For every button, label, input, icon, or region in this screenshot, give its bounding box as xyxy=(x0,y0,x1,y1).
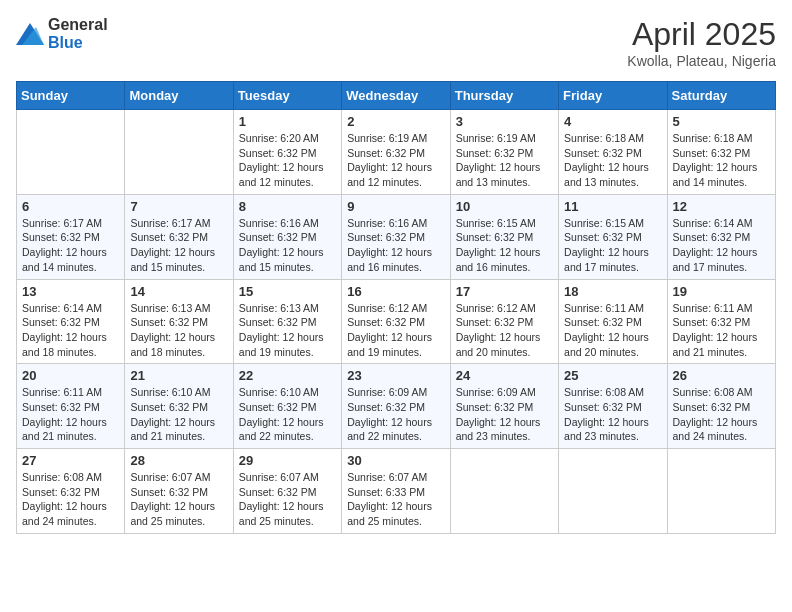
weekday-header-thursday: Thursday xyxy=(450,82,558,110)
day-number: 17 xyxy=(456,284,553,299)
calendar-cell: 12Sunrise: 6:14 AM Sunset: 6:32 PM Dayli… xyxy=(667,194,775,279)
day-number: 23 xyxy=(347,368,444,383)
day-number: 26 xyxy=(673,368,770,383)
day-info: Sunrise: 6:16 AM Sunset: 6:32 PM Dayligh… xyxy=(347,216,444,275)
day-info: Sunrise: 6:11 AM Sunset: 6:32 PM Dayligh… xyxy=(673,301,770,360)
calendar-cell: 19Sunrise: 6:11 AM Sunset: 6:32 PM Dayli… xyxy=(667,279,775,364)
day-number: 13 xyxy=(22,284,119,299)
logo-blue: Blue xyxy=(48,34,83,51)
calendar-cell: 6Sunrise: 6:17 AM Sunset: 6:32 PM Daylig… xyxy=(17,194,125,279)
day-info: Sunrise: 6:09 AM Sunset: 6:32 PM Dayligh… xyxy=(347,385,444,444)
day-number: 30 xyxy=(347,453,444,468)
weekday-header-tuesday: Tuesday xyxy=(233,82,341,110)
day-info: Sunrise: 6:14 AM Sunset: 6:32 PM Dayligh… xyxy=(22,301,119,360)
page-header: General Blue April 2025 Kwolla, Plateau,… xyxy=(16,16,776,69)
week-row-3: 13Sunrise: 6:14 AM Sunset: 6:32 PM Dayli… xyxy=(17,279,776,364)
day-number: 6 xyxy=(22,199,119,214)
day-number: 11 xyxy=(564,199,661,214)
day-info: Sunrise: 6:08 AM Sunset: 6:32 PM Dayligh… xyxy=(22,470,119,529)
calendar-cell xyxy=(450,449,558,534)
day-number: 29 xyxy=(239,453,336,468)
day-info: Sunrise: 6:10 AM Sunset: 6:32 PM Dayligh… xyxy=(130,385,227,444)
calendar-cell: 17Sunrise: 6:12 AM Sunset: 6:32 PM Dayli… xyxy=(450,279,558,364)
calendar-cell: 8Sunrise: 6:16 AM Sunset: 6:32 PM Daylig… xyxy=(233,194,341,279)
calendar-cell: 25Sunrise: 6:08 AM Sunset: 6:32 PM Dayli… xyxy=(559,364,667,449)
weekday-header-wednesday: Wednesday xyxy=(342,82,450,110)
day-number: 22 xyxy=(239,368,336,383)
calendar-cell: 2Sunrise: 6:19 AM Sunset: 6:32 PM Daylig… xyxy=(342,110,450,195)
calendar-cell xyxy=(17,110,125,195)
day-number: 7 xyxy=(130,199,227,214)
day-info: Sunrise: 6:18 AM Sunset: 6:32 PM Dayligh… xyxy=(564,131,661,190)
calendar-cell: 23Sunrise: 6:09 AM Sunset: 6:32 PM Dayli… xyxy=(342,364,450,449)
day-info: Sunrise: 6:11 AM Sunset: 6:32 PM Dayligh… xyxy=(22,385,119,444)
calendar-subtitle: Kwolla, Plateau, Nigeria xyxy=(627,53,776,69)
day-info: Sunrise: 6:18 AM Sunset: 6:32 PM Dayligh… xyxy=(673,131,770,190)
calendar-cell: 24Sunrise: 6:09 AM Sunset: 6:32 PM Dayli… xyxy=(450,364,558,449)
day-info: Sunrise: 6:13 AM Sunset: 6:32 PM Dayligh… xyxy=(239,301,336,360)
weekday-header-sunday: Sunday xyxy=(17,82,125,110)
day-number: 10 xyxy=(456,199,553,214)
calendar-cell: 11Sunrise: 6:15 AM Sunset: 6:32 PM Dayli… xyxy=(559,194,667,279)
day-info: Sunrise: 6:10 AM Sunset: 6:32 PM Dayligh… xyxy=(239,385,336,444)
calendar-cell: 22Sunrise: 6:10 AM Sunset: 6:32 PM Dayli… xyxy=(233,364,341,449)
week-row-4: 20Sunrise: 6:11 AM Sunset: 6:32 PM Dayli… xyxy=(17,364,776,449)
day-info: Sunrise: 6:07 AM Sunset: 6:32 PM Dayligh… xyxy=(130,470,227,529)
day-number: 3 xyxy=(456,114,553,129)
calendar-cell: 21Sunrise: 6:10 AM Sunset: 6:32 PM Dayli… xyxy=(125,364,233,449)
calendar-cell: 5Sunrise: 6:18 AM Sunset: 6:32 PM Daylig… xyxy=(667,110,775,195)
calendar-cell: 4Sunrise: 6:18 AM Sunset: 6:32 PM Daylig… xyxy=(559,110,667,195)
day-number: 24 xyxy=(456,368,553,383)
calendar-table: SundayMondayTuesdayWednesdayThursdayFrid… xyxy=(16,81,776,534)
week-row-5: 27Sunrise: 6:08 AM Sunset: 6:32 PM Dayli… xyxy=(17,449,776,534)
day-info: Sunrise: 6:19 AM Sunset: 6:32 PM Dayligh… xyxy=(347,131,444,190)
day-info: Sunrise: 6:07 AM Sunset: 6:33 PM Dayligh… xyxy=(347,470,444,529)
calendar-title: April 2025 xyxy=(627,16,776,53)
day-number: 4 xyxy=(564,114,661,129)
day-info: Sunrise: 6:09 AM Sunset: 6:32 PM Dayligh… xyxy=(456,385,553,444)
day-number: 15 xyxy=(239,284,336,299)
day-info: Sunrise: 6:11 AM Sunset: 6:32 PM Dayligh… xyxy=(564,301,661,360)
day-info: Sunrise: 6:20 AM Sunset: 6:32 PM Dayligh… xyxy=(239,131,336,190)
calendar-cell: 13Sunrise: 6:14 AM Sunset: 6:32 PM Dayli… xyxy=(17,279,125,364)
calendar-cell: 14Sunrise: 6:13 AM Sunset: 6:32 PM Dayli… xyxy=(125,279,233,364)
day-number: 27 xyxy=(22,453,119,468)
calendar-cell: 28Sunrise: 6:07 AM Sunset: 6:32 PM Dayli… xyxy=(125,449,233,534)
day-number: 14 xyxy=(130,284,227,299)
day-number: 2 xyxy=(347,114,444,129)
weekday-header-row: SundayMondayTuesdayWednesdayThursdayFrid… xyxy=(17,82,776,110)
calendar-cell xyxy=(125,110,233,195)
calendar-cell: 30Sunrise: 6:07 AM Sunset: 6:33 PM Dayli… xyxy=(342,449,450,534)
day-info: Sunrise: 6:12 AM Sunset: 6:32 PM Dayligh… xyxy=(456,301,553,360)
calendar-cell: 27Sunrise: 6:08 AM Sunset: 6:32 PM Dayli… xyxy=(17,449,125,534)
day-number: 1 xyxy=(239,114,336,129)
logo: General Blue xyxy=(16,16,108,52)
day-info: Sunrise: 6:17 AM Sunset: 6:32 PM Dayligh… xyxy=(22,216,119,275)
calendar-cell: 9Sunrise: 6:16 AM Sunset: 6:32 PM Daylig… xyxy=(342,194,450,279)
weekday-header-monday: Monday xyxy=(125,82,233,110)
calendar-cell: 16Sunrise: 6:12 AM Sunset: 6:32 PM Dayli… xyxy=(342,279,450,364)
day-number: 28 xyxy=(130,453,227,468)
day-number: 25 xyxy=(564,368,661,383)
week-row-1: 1Sunrise: 6:20 AM Sunset: 6:32 PM Daylig… xyxy=(17,110,776,195)
calendar-cell xyxy=(559,449,667,534)
day-info: Sunrise: 6:13 AM Sunset: 6:32 PM Dayligh… xyxy=(130,301,227,360)
day-number: 9 xyxy=(347,199,444,214)
calendar-cell: 7Sunrise: 6:17 AM Sunset: 6:32 PM Daylig… xyxy=(125,194,233,279)
day-info: Sunrise: 6:15 AM Sunset: 6:32 PM Dayligh… xyxy=(456,216,553,275)
day-info: Sunrise: 6:07 AM Sunset: 6:32 PM Dayligh… xyxy=(239,470,336,529)
day-info: Sunrise: 6:14 AM Sunset: 6:32 PM Dayligh… xyxy=(673,216,770,275)
day-number: 16 xyxy=(347,284,444,299)
calendar-cell: 1Sunrise: 6:20 AM Sunset: 6:32 PM Daylig… xyxy=(233,110,341,195)
weekday-header-friday: Friday xyxy=(559,82,667,110)
day-info: Sunrise: 6:08 AM Sunset: 6:32 PM Dayligh… xyxy=(564,385,661,444)
day-info: Sunrise: 6:16 AM Sunset: 6:32 PM Dayligh… xyxy=(239,216,336,275)
day-number: 21 xyxy=(130,368,227,383)
day-number: 8 xyxy=(239,199,336,214)
calendar-cell: 26Sunrise: 6:08 AM Sunset: 6:32 PM Dayli… xyxy=(667,364,775,449)
week-row-2: 6Sunrise: 6:17 AM Sunset: 6:32 PM Daylig… xyxy=(17,194,776,279)
title-area: April 2025 Kwolla, Plateau, Nigeria xyxy=(627,16,776,69)
day-info: Sunrise: 6:12 AM Sunset: 6:32 PM Dayligh… xyxy=(347,301,444,360)
calendar-cell: 29Sunrise: 6:07 AM Sunset: 6:32 PM Dayli… xyxy=(233,449,341,534)
calendar-cell: 18Sunrise: 6:11 AM Sunset: 6:32 PM Dayli… xyxy=(559,279,667,364)
